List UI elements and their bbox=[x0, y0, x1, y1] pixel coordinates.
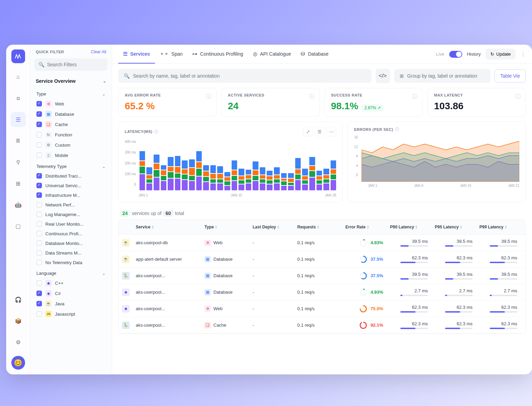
bar[interactable] bbox=[239, 169, 244, 190]
table-row[interactable]: ◆ aks-userpool... ⊕Web - 0.1 req/s 75.0%… bbox=[119, 301, 525, 317]
bar[interactable] bbox=[146, 167, 152, 190]
filter-item[interactable]: Distributed Traci... bbox=[30, 171, 112, 181]
filter-item[interactable]: fxFunction bbox=[30, 129, 112, 140]
tab-span[interactable]: ⚬⚬Span bbox=[155, 45, 188, 64]
bar[interactable] bbox=[175, 156, 181, 191]
checkbox[interactable] bbox=[36, 311, 42, 317]
bar[interactable] bbox=[288, 173, 294, 190]
bar[interactable] bbox=[253, 161, 258, 190]
filter-item[interactable]: ◆C++ bbox=[30, 278, 112, 288]
column-header[interactable]: P90 Latency▴▾ bbox=[387, 220, 431, 234]
bar[interactable] bbox=[281, 173, 287, 190]
filter-item[interactable]: ☕Java bbox=[30, 298, 112, 309]
more-icon[interactable]: ⋮ bbox=[520, 51, 526, 57]
bar[interactable] bbox=[161, 165, 167, 191]
filter-item[interactable]: ◆C# bbox=[30, 288, 112, 298]
checkbox[interactable] bbox=[36, 202, 42, 207]
bar[interactable] bbox=[189, 159, 195, 190]
services-icon[interactable]: ☰ bbox=[11, 112, 26, 127]
checkbox[interactable] bbox=[36, 183, 42, 188]
checkbox[interactable] bbox=[36, 221, 42, 227]
settings-icon[interactable]: ⚙ bbox=[11, 335, 26, 350]
filter-item[interactable]: Database Monito... bbox=[30, 238, 112, 248]
column-header[interactable]: Requests▴▾ bbox=[294, 220, 342, 234]
filter-item[interactable]: Real User Monito... bbox=[30, 219, 112, 229]
bar[interactable] bbox=[217, 166, 223, 190]
tab-api-catalogue[interactable]: ◎API Catalogue bbox=[248, 45, 296, 64]
bot-icon[interactable]: 🤖 bbox=[11, 197, 26, 212]
info-icon[interactable]: ⓘ bbox=[412, 93, 418, 100]
checkbox[interactable] bbox=[36, 291, 42, 296]
table-row[interactable]: 🐍 aks-userpool... ▦Database - 0.1 req/s … bbox=[119, 268, 525, 284]
bar[interactable] bbox=[317, 171, 322, 190]
sort-icon[interactable]: ▴▾ bbox=[215, 225, 217, 229]
app-logo[interactable] bbox=[11, 49, 25, 63]
checkbox[interactable] bbox=[36, 142, 42, 148]
grid-icon[interactable]: ⊞ bbox=[11, 176, 26, 191]
document-icon[interactable]: 🗎 bbox=[11, 133, 26, 148]
filter-item[interactable]: Continuous Profi... bbox=[30, 229, 112, 238]
column-header[interactable]: Type▴▾ bbox=[201, 220, 249, 234]
sort-icon[interactable]: ▴▾ bbox=[277, 225, 279, 229]
filter-item[interactable]: Data Streams M... bbox=[30, 248, 112, 258]
stack-icon[interactable]: ⧈ bbox=[11, 91, 26, 106]
filter-search-input[interactable]: 🔍 Search Filters bbox=[34, 58, 108, 71]
tab-database[interactable]: ⛁Database bbox=[296, 45, 333, 64]
bar[interactable] bbox=[210, 165, 216, 191]
filter-item[interactable]: ⚙Custom bbox=[30, 140, 112, 150]
checkbox[interactable] bbox=[36, 280, 42, 286]
more-icon[interactable]: ⋯ bbox=[326, 127, 336, 136]
column-header[interactable]: Last Deploy▴▾ bbox=[249, 220, 294, 234]
filter-item[interactable]: No Telemetry Data bbox=[30, 258, 112, 267]
group-by-input[interactable]: ⊞ Group by tag, label or annotation bbox=[394, 69, 490, 83]
sort-icon[interactable]: ▴▾ bbox=[415, 225, 417, 229]
sort-icon[interactable]: ▴▾ bbox=[367, 225, 369, 229]
support-icon[interactable]: 🎧 bbox=[11, 292, 26, 307]
bar[interactable] bbox=[323, 169, 329, 190]
bar[interactable] bbox=[274, 167, 280, 190]
checkbox[interactable] bbox=[36, 250, 42, 256]
bar[interactable] bbox=[267, 171, 273, 190]
column-header[interactable]: Error Rate▴▾ bbox=[342, 220, 387, 234]
bell-icon[interactable]: ⚲ bbox=[11, 155, 26, 170]
bar[interactable] bbox=[302, 169, 308, 190]
checkbox[interactable] bbox=[36, 212, 42, 217]
info-icon[interactable]: ⓘ bbox=[154, 129, 158, 134]
filter-item[interactable]: Infrastructure M... bbox=[30, 190, 112, 200]
language-header[interactable]: Language⌄ bbox=[30, 267, 112, 278]
clear-all-link[interactable]: Clear All bbox=[91, 49, 106, 54]
filter-item[interactable]: ⊕Web bbox=[30, 99, 112, 109]
checkbox[interactable] bbox=[36, 260, 42, 265]
checkbox[interactable] bbox=[36, 101, 42, 106]
checkbox[interactable] bbox=[36, 111, 42, 117]
column-header[interactable]: P95 Latency▴▾ bbox=[431, 220, 476, 234]
service-overview-header[interactable]: Service Overview⌄ bbox=[30, 74, 112, 88]
filter-icon[interactable]: ☰ bbox=[315, 127, 324, 136]
sort-icon[interactable]: ▴▾ bbox=[317, 225, 319, 229]
column-header[interactable]: P99 Latency▴▾ bbox=[476, 220, 521, 234]
tab-continuous-profiling[interactable]: ⊶Continuous Profiling bbox=[187, 45, 248, 64]
bar[interactable] bbox=[196, 151, 202, 190]
code-view-button[interactable]: </> bbox=[376, 69, 390, 83]
info-icon[interactable]: ⓘ bbox=[206, 93, 211, 100]
bar[interactable] bbox=[168, 157, 174, 190]
checkbox[interactable] bbox=[36, 122, 42, 127]
live-toggle[interactable] bbox=[449, 51, 462, 58]
bar[interactable] bbox=[182, 160, 188, 190]
sort-icon[interactable]: ▴▾ bbox=[152, 225, 154, 229]
sort-icon[interactable]: ▴▾ bbox=[505, 225, 507, 229]
bar[interactable] bbox=[295, 158, 301, 190]
bar[interactable] bbox=[203, 165, 209, 191]
bar[interactable] bbox=[232, 160, 237, 190]
info-icon[interactable]: ⓘ bbox=[515, 93, 521, 100]
checkbox[interactable] bbox=[36, 240, 42, 246]
checkbox[interactable] bbox=[36, 173, 42, 179]
user-avatar[interactable]: 😊 bbox=[11, 356, 25, 370]
expand-icon[interactable]: ⤢ bbox=[303, 127, 313, 136]
filter-item[interactable]: ▯Mobile bbox=[30, 150, 112, 160]
telemetry-header[interactable]: Telemetry Type⌄ bbox=[30, 160, 112, 171]
bar[interactable] bbox=[246, 170, 252, 190]
monitor-icon[interactable]: ▢ bbox=[11, 218, 26, 234]
table-row[interactable]: ◆ aks-userpool... ▦Database - 0.1 req/s … bbox=[119, 284, 525, 301]
table-row[interactable]: ☕ app-alert-default server ▦Database - 0… bbox=[119, 251, 525, 268]
